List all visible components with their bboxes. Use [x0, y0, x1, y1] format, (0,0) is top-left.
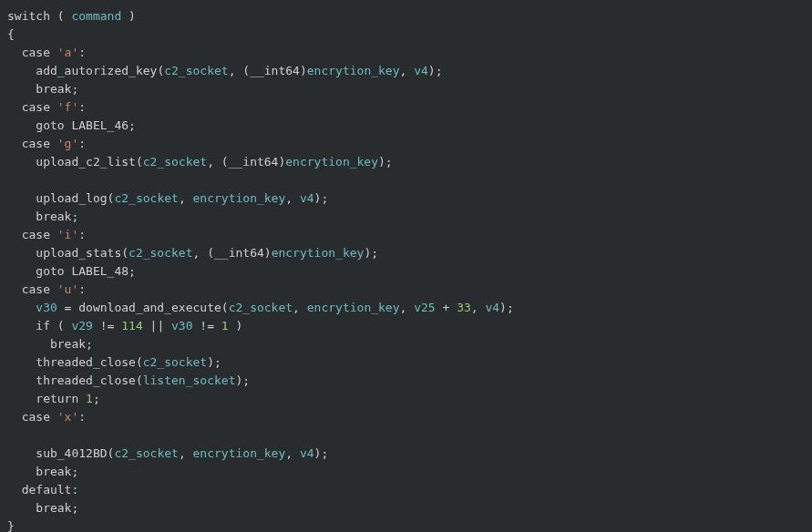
code-token: v25: [414, 301, 435, 314]
code-token: 1: [86, 392, 93, 405]
code-token: ,: [293, 301, 307, 314]
code-token: {: [7, 27, 15, 41]
code-line: threaded_close(listen_socket);: [7, 373, 250, 387]
code-token: __int64: [250, 64, 300, 77]
code-token: ;: [86, 337, 93, 351]
code-token: );: [364, 246, 378, 260]
code-token: (: [50, 9, 71, 23]
code-line: break;: [7, 465, 78, 478]
code-line: case 'i':: [7, 228, 86, 241]
code-token: :: [78, 282, 86, 296]
code-token: :: [78, 46, 86, 59]
code-token: goto: [36, 264, 64, 278]
code-token: case: [22, 282, 50, 296]
code-token: break: [36, 210, 71, 223]
code-token: __int64: [229, 155, 279, 169]
code-token: );: [378, 155, 393, 169]
code-token: );: [314, 191, 329, 205]
code-token: encrytion_key: [285, 155, 378, 169]
code-token: break: [36, 501, 71, 515]
code-token: ,: [400, 64, 415, 77]
code-token: 'u': [57, 282, 78, 296]
code-token: [78, 392, 86, 405]
code-token: , (: [207, 155, 228, 169]
code-token: break: [50, 337, 86, 351]
code-token: upload_log: [36, 191, 107, 205]
code-token: 'a': [57, 46, 78, 59]
code-token: ,: [179, 191, 193, 205]
code-token: ,: [179, 446, 193, 460]
code-token: c2_socket: [114, 446, 178, 460]
code-token: 'f': [57, 100, 78, 114]
code-token: [50, 137, 57, 150]
code-line: goto LABEL_46;: [7, 118, 136, 132]
code-token: (: [136, 373, 143, 387]
code-token: encrytion_key: [272, 246, 365, 260]
code-token: ): [121, 9, 136, 23]
code-token: (: [221, 301, 229, 314]
code-token: (: [136, 355, 143, 369]
code-line: add_autorized_key(c2_socket, (__int64)en…: [7, 64, 442, 77]
code-line: case 'a':: [7, 46, 86, 59]
code-token: upload_c2_list: [36, 155, 136, 169]
code-token: upload_stats: [36, 246, 121, 260]
code-line: sub_4012BD(c2_socket, encrytion_key, v4)…: [7, 446, 328, 460]
code-token: (: [136, 155, 143, 169]
code-token: break: [36, 82, 71, 96]
code-token: case: [22, 137, 50, 150]
code-token: );: [235, 373, 250, 387]
code-token: return: [36, 392, 78, 405]
code-token: :: [78, 410, 86, 424]
code-token: [50, 282, 57, 296]
code-line: default:: [7, 483, 78, 496]
code-line: upload_c2_list(c2_socket, (__int64)encry…: [7, 155, 393, 169]
code-token: v29: [71, 319, 92, 332]
code-token: [50, 228, 57, 241]
code-token: v4: [414, 64, 428, 77]
code-token: encrytion_key: [307, 64, 400, 77]
code-token: ;: [128, 264, 136, 278]
code-line: break;: [7, 210, 78, 223]
code-token: 33: [457, 301, 471, 314]
code-line: switch ( command ): [7, 9, 136, 23]
code-line: goto LABEL_48;: [7, 264, 136, 278]
code-token: c2_socket: [143, 155, 207, 169]
code-token: ,: [285, 446, 300, 460]
code-token: :: [78, 228, 86, 241]
code-token: threaded_close: [36, 355, 136, 369]
code-token: listen_socket: [143, 373, 236, 387]
code-token: }: [7, 519, 15, 532]
code-block: switch ( command ) { case 'a': add_autor…: [0, 0, 812, 532]
code-line: case 'u':: [7, 282, 86, 296]
code-token: v4: [300, 446, 314, 460]
code-token: case: [22, 46, 50, 59]
code-token: +: [436, 301, 457, 314]
code-token: :: [71, 483, 78, 496]
code-token: LABEL_46: [71, 118, 128, 132]
code-token: encrytion_key: [193, 191, 286, 205]
code-token: ||: [143, 319, 171, 332]
code-token: encrytion_key: [193, 446, 286, 460]
code-token: v4: [300, 191, 314, 205]
code-line: break;: [7, 501, 78, 515]
code-token: (: [121, 246, 128, 260]
code-line: v30 = download_and_execute(c2_socket, en…: [7, 301, 514, 314]
code-line: upload_log(c2_socket, encrytion_key, v4)…: [7, 191, 328, 205]
code-token: default: [22, 483, 72, 496]
code-line: threaded_close(c2_socket);: [7, 355, 221, 369]
code-token: encrytion_key: [307, 301, 400, 314]
code-token: , (: [229, 64, 250, 77]
code-token: case: [22, 228, 50, 241]
code-token: c2_socket: [229, 301, 293, 314]
code-token: ): [264, 246, 272, 260]
code-token: ;: [71, 501, 78, 515]
code-token: download_and_execute: [78, 301, 221, 314]
code-token: 114: [121, 319, 142, 332]
code-token: switch: [7, 9, 50, 23]
code-line: upload_stats(c2_socket, (__int64)encryti…: [7, 246, 378, 260]
code-token: ;: [71, 82, 78, 96]
code-token: c2_socket: [164, 64, 228, 77]
code-token: );: [428, 64, 443, 77]
code-token: break: [36, 465, 71, 478]
code-token: c2_socket: [114, 191, 178, 205]
